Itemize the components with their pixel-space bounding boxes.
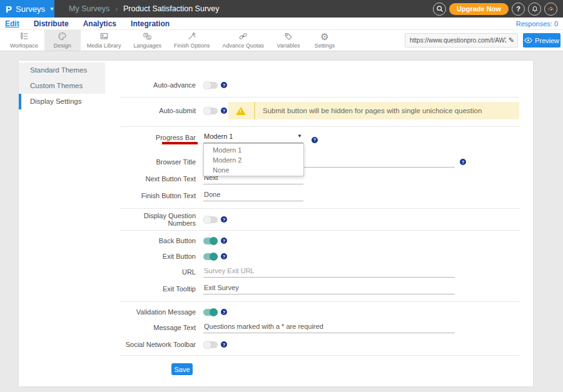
warning-separator [254, 102, 255, 119]
breadcrumb-separator-icon: › [115, 5, 118, 13]
toolbar-item-label: Variables [277, 43, 300, 49]
validation-message-help-icon[interactable]: ? [221, 309, 227, 315]
product-name: Surveys [16, 4, 45, 14]
toolbar-item-label: Advance Quotas [222, 43, 264, 49]
toolbar-item-settings[interactable]: ⚙ Settings [307, 30, 343, 51]
surveys-product-menu[interactable]: P Surveys ▼ [0, 0, 54, 18]
display-question-numbers-help-icon[interactable]: ? [221, 216, 227, 223]
eye-icon [524, 38, 532, 43]
search-button[interactable] [433, 3, 446, 16]
toggle-knob [210, 253, 218, 261]
tab-distribute[interactable]: Distribute [34, 19, 69, 28]
media-library-icon [99, 31, 109, 41]
auto-advance-help-icon[interactable]: ? [221, 82, 227, 88]
toolbar-item-variables[interactable]: Variables [270, 30, 307, 51]
toolbar-item-design[interactable]: Design [44, 30, 81, 51]
toolbar-item-media-library[interactable]: Media Library [81, 30, 128, 51]
svg-text:A: A [148, 36, 150, 39]
dropdown-option-none[interactable]: None [204, 165, 303, 175]
questionpro-design-settings-screen: P Surveys ▼ My Surveys › Product Satisfa… [0, 0, 563, 392]
auto-submit-toggle[interactable] [203, 108, 218, 114]
upgrade-now-button[interactable]: Upgrade Now [449, 3, 509, 15]
toolbar-item-label: Settings [315, 43, 335, 49]
dropdown-option-modern-2[interactable]: Modern 2 [204, 155, 303, 165]
display-settings-card: Standard Themes Custom Themes Display Se… [19, 61, 533, 386]
top-navigation-bar: P Surveys ▼ My Surveys › Product Satisfa… [0, 0, 563, 18]
toggle-knob [203, 107, 211, 115]
finish-button-text-label: Finish Button Text [120, 192, 196, 199]
auto-advance-toggle[interactable] [203, 82, 218, 89]
exit-button-label: Exit Button [120, 253, 196, 260]
save-button[interactable]: Save [171, 363, 193, 375]
exit-url-label: URL [120, 268, 196, 276]
back-button-help-icon[interactable]: ? [221, 238, 227, 244]
breadcrumb-parent-link[interactable]: My Surveys [69, 4, 109, 13]
progress-bar-red-underline-annotation [162, 142, 198, 144]
toolbar-item-label: Languages [133, 43, 161, 49]
finish-button-text-input[interactable] [203, 191, 303, 201]
section-divider [120, 208, 519, 209]
exit-tooltip-row: Exit Tooltip [120, 284, 455, 294]
toolbar-item-label: Workspace [10, 43, 38, 49]
sidebar-item-custom-themes[interactable]: Custom Themes [19, 78, 105, 94]
auto-submit-help-icon[interactable]: ? [221, 108, 227, 114]
section-divider [120, 97, 519, 98]
progress-bar-select[interactable]: Modern 1 ▼ [203, 133, 303, 143]
validation-message-row: Validation Message ? [120, 306, 227, 318]
responses-count-link[interactable]: Responses: 0 [516, 18, 558, 30]
back-button-toggle[interactable] [203, 238, 218, 244]
toolbar-item-finish-options[interactable]: Finish Options [168, 30, 216, 51]
workspace-icon [19, 31, 29, 41]
survey-url-text: https://www.questionpro.com/t/AW22Zh44 [410, 37, 506, 44]
social-network-toolbar-help-icon[interactable]: ? [221, 341, 227, 348]
progress-bar-selected-value: Modern 1 [204, 133, 233, 140]
themes-sidebar: Standard Themes Custom Themes Display Se… [19, 63, 105, 109]
gauge-icon [547, 5, 555, 13]
next-button-text-label: Next Button Text [120, 175, 196, 183]
finish-button-text-row: Finish Button Text [120, 191, 303, 201]
sidebar-item-standard-themes[interactable]: Standard Themes [19, 63, 105, 78]
toolbar-item-label: Design [54, 43, 71, 49]
notifications-button[interactable] [528, 3, 541, 16]
toolbar-item-label: Finish Options [174, 43, 210, 49]
toggle-knob [210, 237, 218, 245]
auto-submit-label: Auto-submit [120, 107, 196, 114]
topbar-actions: Upgrade Now ? [433, 3, 563, 16]
warning-triangle-icon [236, 107, 246, 115]
progress-bar-dropdown-menu: Modern 1 Modern 2 None [203, 143, 304, 176]
progress-bar-row: Progress Bar Modern 1 ▼ ? [120, 133, 318, 143]
help-button[interactable]: ? [512, 3, 525, 16]
exit-tooltip-label: Exit Tooltip [120, 285, 196, 293]
tab-integration[interactable]: Integration [131, 19, 170, 28]
browser-title-help-icon[interactable]: ? [460, 159, 466, 165]
edit-url-pencil-icon[interactable]: ✎ [509, 36, 514, 44]
auto-submit-warning-banner: Submit button will be hidden for pages w… [228, 102, 519, 119]
validation-message-toggle[interactable] [203, 309, 218, 316]
preview-button[interactable]: Preview [523, 33, 560, 48]
section-divider [120, 126, 519, 127]
exit-button-toggle[interactable] [203, 253, 218, 260]
toolbar-item-workspace[interactable]: Workspace [4, 30, 44, 51]
back-button-row: Back Button ? [120, 235, 227, 246]
survey-section-tabs: Edit Distribute Analytics Integration Re… [0, 18, 563, 30]
tab-analytics[interactable]: Analytics [83, 19, 116, 28]
dropdown-option-modern-1[interactable]: Modern 1 [204, 145, 303, 155]
social-network-toolbar-label: Social Network Toolbar [120, 341, 196, 348]
message-text-input[interactable] [203, 323, 455, 333]
toolbar-item-languages[interactable]: A Languages [127, 30, 168, 51]
message-text-row: Message Text [120, 323, 455, 333]
exit-button-help-icon[interactable]: ? [221, 253, 227, 259]
exit-tooltip-input[interactable] [203, 284, 455, 294]
usage-meter-button[interactable] [544, 3, 557, 16]
settings-gear-icon: ⚙ [320, 32, 328, 41]
progress-bar-help-icon[interactable]: ? [312, 137, 318, 143]
survey-url-box[interactable]: https://www.questionpro.com/t/AW22Zh44 ✎ [405, 33, 518, 48]
display-question-numbers-toggle[interactable] [203, 216, 218, 223]
social-network-toolbar-toggle[interactable] [203, 341, 218, 348]
display-question-numbers-row: Display Question Numbers ? [120, 214, 227, 225]
sidebar-item-display-settings[interactable]: Display Settings [19, 94, 105, 109]
toolbar-item-advance-quotas[interactable]: Advance Quotas [216, 30, 270, 51]
toggle-knob [203, 341, 211, 349]
exit-url-input[interactable] [203, 267, 455, 278]
tab-edit[interactable]: Edit [5, 19, 19, 28]
